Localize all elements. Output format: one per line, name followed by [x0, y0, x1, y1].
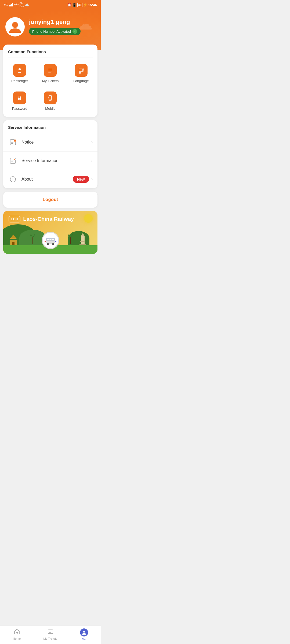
- status-left: 4G 24B/s ☁️: [4, 2, 29, 8]
- svg-point-28: [14, 140, 16, 142]
- alarm-icon: ⏰: [67, 3, 71, 7]
- svg-rect-13: [48, 71, 52, 71]
- common-functions-card: Common Functions Passenger: [3, 45, 97, 117]
- svg-rect-35: [11, 161, 14, 161]
- svg-rect-30: [11, 142, 13, 143]
- svg-rect-59: [32, 237, 33, 244]
- lcr-sun: [84, 214, 93, 223]
- language-icon: A 文: [75, 64, 88, 77]
- svg-rect-2: [11, 4, 12, 6]
- function-language[interactable]: A 文 Language: [67, 62, 95, 85]
- svg-text:A: A: [79, 72, 81, 74]
- charging-icon: ⚡: [83, 3, 87, 7]
- phone-badge-text: Phone Number Activated: [32, 30, 71, 34]
- about-label: About: [21, 177, 73, 182]
- lcr-title: Laos-China Railway: [23, 216, 74, 222]
- svg-rect-47: [79, 244, 86, 245]
- temple-icon: [9, 235, 18, 245]
- new-badge: New: [73, 176, 89, 183]
- notice-right: ›: [91, 140, 93, 145]
- train-icon: [42, 232, 59, 249]
- about-chevron: ›: [91, 177, 93, 182]
- svg-rect-44: [81, 236, 85, 245]
- svg-rect-52: [52, 239, 54, 240]
- service-info-title: Service Information: [3, 120, 97, 133]
- common-functions-title: Common Functions: [3, 45, 97, 57]
- svg-rect-39: [13, 179, 13, 181]
- signal-icon: [9, 3, 13, 6]
- mobile-icon: [44, 92, 57, 104]
- passenger-label: Passenger: [11, 79, 28, 83]
- svg-rect-7: [18, 71, 21, 71]
- svg-marker-45: [81, 233, 85, 236]
- profile-header: ☁ ☁ junying1 geng Phone Number Activated…: [0, 9, 101, 50]
- password-icon: [13, 92, 26, 104]
- lcr-banner-content: LCR Laos-China Railway: [3, 211, 97, 254]
- avatar: [5, 17, 25, 36]
- cloud-icon: ☁️: [25, 3, 29, 7]
- svg-text:文: 文: [82, 69, 84, 71]
- function-password[interactable]: Password: [5, 89, 34, 113]
- svg-rect-60: [70, 237, 71, 244]
- service-item-info[interactable]: Service Information ›: [3, 152, 97, 170]
- about-right: New ›: [73, 176, 93, 183]
- notice-label: Notice: [21, 140, 91, 145]
- svg-rect-58: [55, 241, 56, 242]
- svg-rect-29: [11, 142, 14, 142]
- svg-rect-36: [11, 162, 13, 162]
- svg-rect-0: [9, 5, 10, 6]
- phone-badge: Phone Number Activated ✓: [29, 28, 81, 35]
- svg-rect-51: [49, 239, 52, 240]
- svg-point-4: [12, 22, 18, 28]
- svg-rect-46: [80, 241, 85, 242]
- service-info-right: ›: [91, 158, 93, 163]
- svg-rect-12: [48, 70, 52, 70]
- service-info-chevron: ›: [91, 158, 93, 163]
- check-icon: ✓: [73, 29, 77, 34]
- svg-point-56: [52, 243, 53, 244]
- svg-rect-14: [48, 72, 51, 72]
- svg-marker-42: [11, 235, 16, 238]
- functions-grid-row2: Password Mobile: [3, 89, 97, 117]
- svg-rect-57: [45, 241, 46, 242]
- my-tickets-icon: [44, 64, 57, 77]
- time-label: 15:46: [88, 3, 97, 7]
- my-tickets-label: My Tickets: [42, 79, 59, 83]
- service-info-icon: [8, 156, 18, 166]
- notice-icon: [8, 137, 18, 147]
- svg-rect-3: [12, 3, 13, 6]
- status-right: ⏰ 📳 85 ⚡ 15:46: [67, 3, 97, 7]
- functions-grid-row1: Passenger My Tickets: [3, 57, 97, 89]
- service-info-card: Service Information Notice ›: [3, 120, 97, 188]
- service-item-about[interactable]: About New ›: [3, 170, 97, 188]
- logout-card[interactable]: Logout: [3, 192, 97, 208]
- battery-icon: 85: [77, 3, 82, 7]
- lcr-logo-row: LCR Laos-China Railway: [3, 211, 97, 222]
- network-label: 4G: [4, 3, 8, 6]
- monument-icon: [79, 233, 87, 245]
- function-my-tickets[interactable]: My Tickets: [36, 62, 64, 85]
- wifi-icon: [14, 3, 19, 6]
- avatar-svg: [7, 19, 23, 35]
- language-label: Language: [73, 79, 89, 83]
- function-passenger[interactable]: Passenger: [5, 62, 34, 85]
- svg-rect-31: [11, 143, 13, 144]
- svg-rect-11: [48, 69, 52, 69]
- status-bar: 4G 24B/s ☁️ ⏰ 📳 85 ⚡ 15:46: [0, 0, 101, 9]
- service-info-label: Service Information: [21, 158, 91, 163]
- palm-2: [68, 235, 73, 245]
- svg-point-54: [48, 243, 49, 244]
- lcr-banner[interactable]: LCR Laos-China Railway: [3, 211, 97, 254]
- logout-label: Logout: [43, 197, 58, 202]
- profile-info: junying1 geng Phone Number Activated ✓: [29, 19, 81, 35]
- svg-rect-43: [12, 242, 15, 245]
- function-mobile[interactable]: Mobile: [36, 89, 64, 113]
- svg-point-38: [13, 178, 13, 178]
- service-item-notice[interactable]: Notice ›: [3, 133, 97, 152]
- about-icon: [8, 174, 18, 184]
- svg-rect-50: [47, 239, 49, 240]
- svg-point-6: [19, 68, 21, 70]
- notice-chevron: ›: [91, 140, 93, 145]
- svg-rect-8: [18, 72, 21, 72]
- svg-rect-9: [18, 72, 21, 73]
